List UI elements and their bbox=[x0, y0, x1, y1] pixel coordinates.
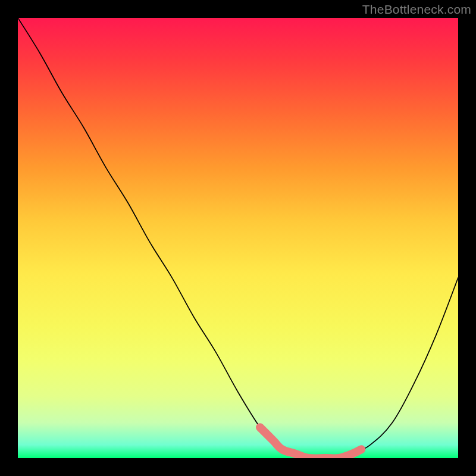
chart-plot-area bbox=[18, 18, 458, 458]
bottleneck-curve bbox=[18, 18, 458, 458]
watermark-text: TheBottleneck.com bbox=[362, 2, 471, 17]
chart-svg bbox=[18, 18, 458, 458]
highlight-band bbox=[260, 427, 361, 458]
